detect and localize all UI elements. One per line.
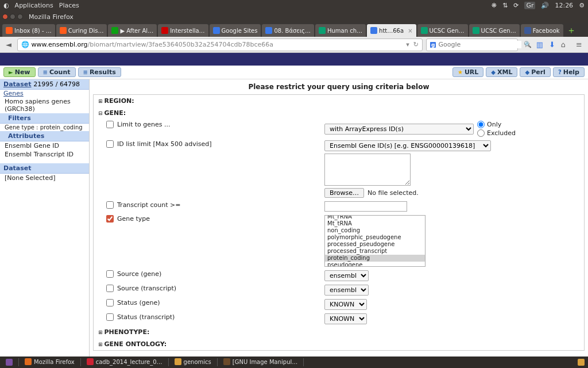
window-maximize-icon[interactable] <box>17 14 23 20</box>
home-icon[interactable]: ⌂ <box>561 40 566 49</box>
window-close-icon[interactable] <box>2 14 8 20</box>
status-gene-select[interactable]: KNOWN <box>324 299 367 310</box>
gene-type-checkbox[interactable] <box>106 215 114 223</box>
applications-menu[interactable]: Applications <box>15 2 53 9</box>
sidebar-dataset2-header[interactable]: Dataset <box>0 163 89 174</box>
id-list-select[interactable]: Ensembl Gene ID(s) [e.g. ENSG00000139618… <box>324 140 491 151</box>
browser-tab[interactable]: Facebook <box>521 24 563 37</box>
taskbar-label: genomics <box>184 359 211 365</box>
biomart-sidebar: Dataset 21995 / 64798 Genes Homo sapiens… <box>0 79 90 356</box>
sidebar-dataset2-item: [None Selected] <box>0 174 89 182</box>
sidebar-dataset-header[interactable]: Dataset 21995 / 64798 <box>0 79 89 90</box>
back-button[interactable]: ◄ <box>3 40 14 49</box>
bookmark-star-icon[interactable]: ☆ <box>524 40 531 49</box>
help-button[interactable]: ?Help <box>553 67 585 77</box>
listbox-option[interactable]: processed_pseudogene <box>325 241 425 248</box>
source-transcript-checkbox[interactable] <box>106 285 114 292</box>
gene-ontology-section-header[interactable]: ⊞GENE ONTOLOGY: <box>94 338 584 350</box>
taskbar-item[interactable]: [GNU Image Manipul… <box>218 358 303 365</box>
tab-close-icon[interactable]: × <box>408 28 412 34</box>
listbox-option[interactable]: Mt_rRNA <box>325 215 425 220</box>
new-tab-button[interactable]: ＋ <box>566 25 577 37</box>
sidebar-filter-item: Gene type : protein_coding <box>0 124 89 131</box>
places-menu[interactable]: Places <box>59 2 79 9</box>
id-list-checkbox[interactable] <box>106 140 114 148</box>
sync-icon[interactable]: ⟳ <box>513 2 519 9</box>
browser-tab[interactable]: Inbox (8) - … <box>2 24 55 37</box>
keyboard-layout[interactable]: Gr <box>524 2 535 9</box>
instruction-text: Please restrict your query using criteri… <box>90 79 588 94</box>
browse-button[interactable]: Browse… <box>324 188 364 198</box>
network-icon[interactable]: ⇅ <box>502 2 508 9</box>
clock[interactable]: 12:26 <box>555 2 573 9</box>
listbox-option[interactable]: polymorphic_pseudogene <box>325 234 425 241</box>
count-button[interactable]: ≡Count <box>38 67 76 77</box>
menu-icon[interactable]: ≡ <box>576 40 582 49</box>
status-gene-checkbox[interactable] <box>106 299 114 306</box>
xml-button[interactable]: ◆XML <box>486 67 517 77</box>
listbox-option[interactable]: processed_transcript <box>325 248 425 255</box>
source-transcript-select[interactable]: ensembl <box>324 285 369 296</box>
show-desktop-button[interactable] <box>0 356 18 368</box>
taskbar-item[interactable]: genomics <box>169 358 217 365</box>
search-input[interactable] <box>438 41 521 48</box>
status-transcript-checkbox[interactable] <box>106 313 114 321</box>
search-bar[interactable]: g 🔍 <box>426 39 518 51</box>
excluded-radio[interactable] <box>477 129 485 137</box>
listbox-option[interactable]: pseudogene <box>325 262 425 267</box>
tab-label: UCSC Gen… <box>430 28 465 34</box>
address-bar[interactable]: 🌐 www.ensembl.org/biomart/martview/3fae5… <box>17 39 423 51</box>
taskbar-item[interactable]: Mozilla Firefox <box>19 358 80 365</box>
region-section-header[interactable]: ⊞REGION: <box>94 95 584 107</box>
source-transcript-label: Source (transcript) <box>117 285 176 292</box>
results-button[interactable]: ≡Results <box>78 67 121 77</box>
browser-tab[interactable]: htt…66a× <box>367 24 416 37</box>
sidebar-filters-header[interactable]: Filters <box>0 113 89 124</box>
transcript-count-checkbox[interactable] <box>106 201 114 209</box>
status-gene-label: Status (gene) <box>117 299 160 306</box>
browser-tab[interactable]: Google Sites <box>210 24 261 37</box>
source-gene-row: Source (gene) ensembl <box>94 269 584 283</box>
listbox-option[interactable]: Mt_tRNA <box>325 220 425 227</box>
browser-tab[interactable]: UCSC Gen… <box>417 24 468 37</box>
gene-section-header[interactable]: ⊟GENE: <box>94 107 584 119</box>
id-list-textarea[interactable] <box>324 154 411 186</box>
dropdown-reload-group: ▾ ↻ <box>406 41 419 48</box>
downloads-icon[interactable]: ⬇ <box>549 40 555 49</box>
ubuntu-logo-icon: ◐ <box>3 2 9 9</box>
tab-label: UCSC Gen… <box>481 28 516 34</box>
reload-button[interactable]: ↻ <box>413 41 419 48</box>
browser-tab[interactable]: 08. Βάσεις… <box>262 24 314 37</box>
browser-tab[interactable]: Interstella… <box>158 24 208 37</box>
only-radio[interactable] <box>477 121 485 128</box>
id-list-limit-row: ID list limit [Max 500 advised] Ensembl … <box>94 139 584 200</box>
favicon-icon <box>370 27 377 34</box>
status-transcript-select[interactable]: KNOWN <box>324 313 367 324</box>
sidebar-genes-link[interactable]: Genes <box>0 90 89 97</box>
url-button[interactable]: ★URL <box>452 67 483 77</box>
source-gene-checkbox[interactable] <box>106 270 114 278</box>
listbox-option[interactable]: protein_coding <box>325 255 425 262</box>
transcript-count-input[interactable] <box>324 201 407 212</box>
phenotype-section-header[interactable]: ⊞PHENOTYPE: <box>94 326 584 338</box>
taskbar-item[interactable]: cadb_2014_lecture_0… <box>81 358 168 365</box>
perl-button[interactable]: ◆Perl <box>520 67 550 77</box>
browser-tab[interactable]: Curing Dis… <box>56 24 107 37</box>
gene-type-listbox[interactable]: Mt_rRNAMt_tRNAnon_codingpolymorphic_pseu… <box>324 215 425 267</box>
browser-tab[interactable]: ▶ After Al… <box>108 24 157 37</box>
indicator-icon[interactable]: ❋ <box>492 2 497 9</box>
browser-tab[interactable]: Human ch… <box>315 24 366 37</box>
limit-to-genes-select[interactable]: with ArrayExpress ID(s) <box>324 124 474 135</box>
sidebar-attributes-header[interactable]: Attributes <box>0 131 89 141</box>
bookmarks-menu-icon[interactable]: ▥ <box>536 40 543 49</box>
app-icon <box>25 358 32 365</box>
settings-gear-icon[interactable]: ⚙ <box>579 2 585 9</box>
volume-icon[interactable]: 🔊 <box>541 2 549 9</box>
source-gene-select[interactable]: ensembl <box>324 270 369 281</box>
trash-icon[interactable] <box>578 359 588 366</box>
window-minimize-icon[interactable] <box>10 14 16 20</box>
browser-tab[interactable]: UCSC Gen… <box>469 24 520 37</box>
listbox-option[interactable]: non_coding <box>325 227 425 234</box>
limit-to-genes-checkbox[interactable] <box>106 121 114 128</box>
new-button[interactable]: ►New <box>3 67 36 77</box>
